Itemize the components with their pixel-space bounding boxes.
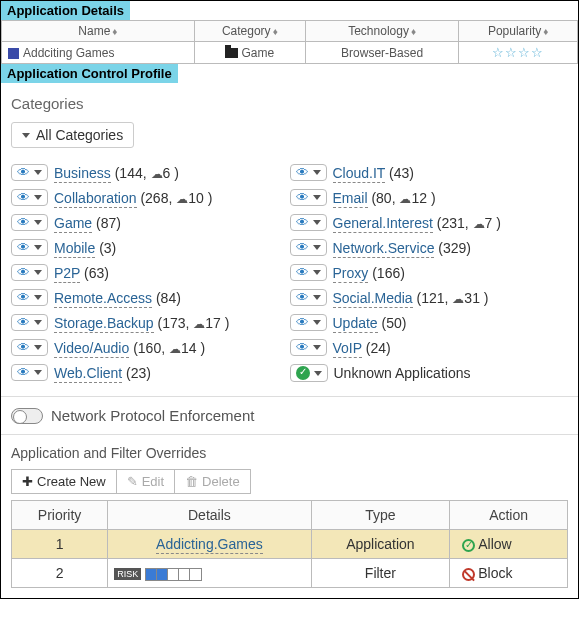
cloud-icon: ☁: [399, 192, 411, 206]
category-name: General.Interest: [333, 215, 433, 233]
monitor-status-icon[interactable]: 👁: [290, 264, 327, 281]
block-icon: [462, 568, 475, 581]
category-name: Business: [54, 165, 111, 183]
category-count: (3): [99, 240, 116, 256]
chevron-down-icon: [34, 195, 42, 200]
category-item[interactable]: 👁Storage.Backup (173, ☁17 ): [11, 310, 290, 335]
category-item[interactable]: 👁Game (87): [11, 210, 290, 235]
categories-title: Categories: [11, 95, 568, 112]
ov-col-details[interactable]: Details: [108, 501, 311, 530]
monitor-status-icon[interactable]: 👁: [290, 289, 327, 306]
cloud-icon: ☁: [151, 167, 163, 181]
monitor-status-icon[interactable]: 👁: [11, 214, 48, 231]
category-item[interactable]: 👁Web.Client (23): [11, 360, 290, 385]
category-item[interactable]: 👁Email (80, ☁12 ): [290, 185, 569, 210]
category-item[interactable]: 👁P2P (63): [11, 260, 290, 285]
monitor-status-icon[interactable]: 👁: [290, 239, 327, 256]
monitor-status-icon[interactable]: 👁: [290, 189, 327, 206]
category-name: Update: [333, 315, 378, 333]
category-item[interactable]: 👁Remote.Access (84): [11, 285, 290, 310]
category-item[interactable]: 👁Proxy (166): [290, 260, 569, 285]
category-name: VoIP: [333, 340, 362, 358]
all-categories-dropdown[interactable]: All Categories: [11, 122, 134, 148]
network-protocol-enforcement-label: Network Protocol Enforcement: [51, 407, 254, 424]
eye-icon: 👁: [17, 366, 30, 379]
chevron-down-icon: [313, 295, 321, 300]
eye-icon: 👁: [296, 291, 309, 304]
category-name: Email: [333, 190, 368, 208]
override-action: Allow: [450, 530, 568, 559]
category-item[interactable]: 👁Business (144, ☁6 ): [11, 160, 290, 185]
category-name: Game: [54, 215, 92, 233]
create-new-button[interactable]: ✚Create New: [11, 469, 117, 494]
eye-icon: 👁: [296, 191, 309, 204]
risk-level-icon: [145, 568, 202, 581]
monitor-status-icon[interactable]: 👁: [11, 164, 48, 181]
eye-icon: 👁: [17, 291, 30, 304]
cloud-icon: ☁: [169, 342, 181, 356]
category-item[interactable]: 👁Update (50): [290, 310, 569, 335]
category-item[interactable]: 👁Social.Media (121, ☁31 ): [290, 285, 569, 310]
ov-col-priority[interactable]: Priority: [12, 501, 108, 530]
monitor-status-icon[interactable]: 👁: [11, 314, 48, 331]
allow-icon: [462, 539, 475, 552]
col-name[interactable]: Name♦: [2, 21, 195, 42]
eye-icon: 👁: [296, 266, 309, 279]
monitor-status-icon[interactable]: 👁: [290, 314, 327, 331]
override-priority: 2: [12, 559, 108, 588]
chevron-down-icon: [313, 345, 321, 350]
col-category[interactable]: Category♦: [194, 21, 305, 42]
monitor-status-icon[interactable]: 👁: [290, 339, 327, 356]
popularity-stars: ☆☆☆☆: [492, 45, 544, 60]
category-item[interactable]: 👁Network.Service (329): [290, 235, 569, 260]
chevron-down-icon: [313, 195, 321, 200]
category-item[interactable]: Unknown Applications: [290, 360, 569, 386]
category-name: Mobile: [54, 240, 95, 258]
monitor-status-icon[interactable]: 👁: [11, 239, 48, 256]
category-item[interactable]: 👁Cloud.IT (43): [290, 160, 569, 185]
category-item[interactable]: 👁Video/Audio (160, ☁14 ): [11, 335, 290, 360]
category-count: (160, ☁14 ): [133, 340, 205, 356]
category-item[interactable]: 👁Collaboration (268, ☁10 ): [11, 185, 290, 210]
override-detail-name: Addicting.Games: [156, 536, 263, 554]
category-item[interactable]: 👁VoIP (24): [290, 335, 569, 360]
table-row[interactable]: Addciting Games Game Browser-Based ☆☆☆☆: [2, 42, 578, 64]
chevron-down-icon: [313, 220, 321, 225]
application-details-table: Name♦ Category♦ Technology♦ Popularity♦ …: [1, 20, 578, 64]
edit-button[interactable]: ✎Edit: [117, 469, 175, 494]
monitor-status-icon[interactable]: 👁: [11, 364, 48, 381]
chevron-down-icon: [313, 270, 321, 275]
network-protocol-enforcement-toggle[interactable]: [11, 408, 43, 424]
chevron-down-icon: [314, 371, 322, 376]
col-popularity[interactable]: Popularity♦: [459, 21, 578, 42]
chevron-down-icon: [34, 320, 42, 325]
category-name: Remote.Access: [54, 290, 152, 308]
category-name: Proxy: [333, 265, 369, 283]
eye-icon: 👁: [296, 316, 309, 329]
ov-col-type[interactable]: Type: [311, 501, 450, 530]
monitor-status-icon[interactable]: 👁: [11, 289, 48, 306]
eye-icon: 👁: [17, 166, 30, 179]
category-count: (268, ☁10 ): [140, 190, 212, 206]
override-row[interactable]: 1Addicting.GamesApplicationAllow: [12, 530, 568, 559]
monitor-status-icon[interactable]: 👁: [11, 339, 48, 356]
category-item[interactable]: 👁General.Interest (231, ☁7 ): [290, 210, 569, 235]
ov-col-action[interactable]: Action: [450, 501, 568, 530]
category-name: Network.Service: [333, 240, 435, 258]
category-name: Video/Audio: [54, 340, 129, 358]
delete-button[interactable]: 🗑Delete: [175, 469, 251, 494]
chevron-down-icon: [22, 133, 30, 138]
monitor-status-icon[interactable]: 👁: [290, 164, 327, 181]
override-row[interactable]: 2RISKFilterBlock: [12, 559, 568, 588]
monitor-status-icon[interactable]: 👁: [290, 214, 327, 231]
pencil-icon: ✎: [127, 474, 138, 489]
monitor-status-icon[interactable]: 👁: [11, 189, 48, 206]
category-name: P2P: [54, 265, 80, 283]
eye-icon: 👁: [296, 241, 309, 254]
col-technology[interactable]: Technology♦: [305, 21, 458, 42]
chevron-down-icon: [34, 170, 42, 175]
category-item[interactable]: 👁Mobile (3): [11, 235, 290, 260]
category-count: (173, ☁17 ): [158, 315, 230, 331]
monitor-status-icon[interactable]: 👁: [11, 264, 48, 281]
cloud-icon: ☁: [193, 317, 205, 331]
